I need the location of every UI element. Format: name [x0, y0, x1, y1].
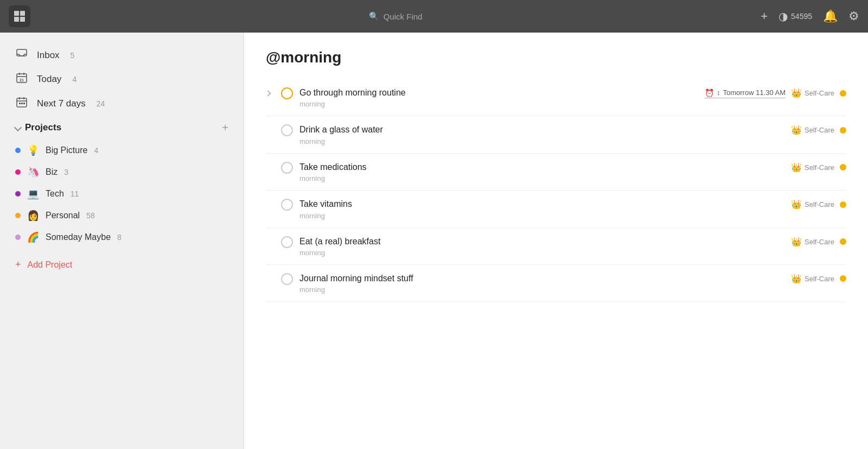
task-subtitle: morning	[299, 174, 784, 182]
crown-icon: 👑	[791, 162, 802, 173]
svg-rect-0	[14, 11, 19, 16]
task-title: Journal morning mindset stuff	[299, 273, 784, 284]
task-item: Drink a glass of water morning 👑 Self-Ca…	[266, 116, 846, 153]
project-dot-4	[15, 235, 21, 240]
task-project: 👑 Self-Care	[791, 162, 834, 173]
task-due: ⏰ ↕ Tomorrow 11.30 AM	[705, 88, 786, 98]
task-body: Eat (a real) breakfast morning	[299, 236, 784, 257]
task-title: Take vitamins	[299, 198, 784, 210]
projects-section-header[interactable]: Projects +	[0, 116, 244, 140]
svg-text:21: 21	[20, 78, 24, 82]
task-project: 👑 Self-Care	[791, 237, 834, 247]
task-meta: 👑 Self-Care	[791, 199, 846, 210]
priority-dot	[840, 201, 846, 208]
inbox-count: 5	[71, 51, 75, 60]
add-project-label: Add Project	[28, 260, 73, 270]
add-project-button[interactable]: + Add Project	[0, 252, 244, 277]
task-expand-icon[interactable]	[266, 88, 275, 97]
task-subtitle: morning	[299, 137, 784, 146]
project-emoji-3: 👩	[27, 210, 39, 222]
sidebar-item-project-3[interactable]: 👩 Personal 58	[0, 205, 244, 226]
project-label: Self-Care	[805, 126, 834, 134]
project-label: Self-Care	[805, 275, 834, 283]
sidebar-item-project-4[interactable]: 🌈 Someday Maybe 8	[0, 226, 244, 248]
project-label: Self-Care	[805, 238, 834, 246]
crown-icon: 👑	[791, 237, 802, 247]
task-title: Take medications	[299, 161, 784, 173]
task-item: Take vitamins morning 👑 Self-Care	[266, 191, 846, 227]
timer-button[interactable]: ◑ 54595	[778, 10, 812, 23]
projects-title: Projects	[15, 122, 61, 133]
task-item: Go through morning routine morning ⏰ ↕ T…	[266, 79, 846, 116]
crown-icon: 👑	[791, 199, 802, 210]
task-body: Take medications morning	[299, 161, 784, 182]
project-count-1: 3	[64, 168, 68, 176]
settings-button[interactable]: ⚙	[848, 9, 859, 23]
today-count: 4	[72, 75, 76, 84]
task-title: Eat (a real) breakfast	[299, 236, 784, 248]
project-name-0: Big Picture	[46, 146, 87, 155]
task-meta: 👑 Self-Care	[791, 125, 846, 135]
sidebar-item-project-1[interactable]: 🦄 Biz 3	[0, 161, 244, 183]
crown-icon: 👑	[791, 88, 802, 98]
project-dot-0	[15, 148, 21, 153]
add-button[interactable]: +	[761, 9, 768, 23]
project-count-3: 58	[86, 211, 95, 220]
inbox-label: Inbox	[37, 50, 60, 61]
repeat-icon: ↕	[717, 88, 720, 97]
task-project: 👑 Self-Care	[791, 88, 834, 98]
today-label: Today	[37, 74, 61, 85]
crown-icon: 👑	[791, 125, 802, 135]
task-checkbox[interactable]	[281, 87, 293, 99]
today-icon: 21	[15, 72, 28, 86]
project-emoji-0: 💡	[27, 144, 39, 156]
priority-dot	[840, 164, 846, 170]
task-checkbox[interactable]	[281, 199, 293, 211]
task-project: 👑 Self-Care	[791, 199, 834, 210]
project-name-4: Someday Maybe	[46, 232, 111, 242]
projects-list: 💡 Big Picture 4 🦄 Biz 3 💻 Tech 11 👩 Pers…	[0, 140, 244, 248]
priority-dot	[840, 275, 846, 282]
task-meta: 👑 Self-Care	[791, 237, 846, 247]
bell-icon: 🔔	[823, 9, 838, 23]
task-subtitle: morning	[299, 286, 784, 294]
notifications-button[interactable]: 🔔	[823, 9, 838, 23]
add-project-plus-icon: +	[15, 259, 21, 270]
sidebar-item-inbox[interactable]: Inbox 5	[0, 43, 244, 67]
chevron-down-icon	[15, 122, 21, 133]
project-label: Self-Care	[805, 200, 834, 208]
project-name-3: Personal	[46, 211, 80, 220]
project-emoji-4: 🌈	[27, 231, 39, 243]
task-meta: ⏰ ↕ Tomorrow 11.30 AM 👑 Self-Care	[705, 88, 846, 98]
project-name-2: Tech	[46, 189, 64, 199]
quick-find-button[interactable]: 🔍 Quick Find	[369, 11, 423, 21]
task-checkbox[interactable]	[281, 124, 293, 136]
project-dot-2	[15, 191, 21, 197]
sidebar-item-project-2[interactable]: 💻 Tech 11	[0, 183, 244, 205]
sidebar-item-project-0[interactable]: 💡 Big Picture 4	[0, 140, 244, 161]
task-checkbox[interactable]	[281, 236, 293, 248]
task-checkbox[interactable]	[281, 162, 293, 174]
task-item: Eat (a real) breakfast morning 👑 Self-Ca…	[266, 228, 846, 265]
task-project: 👑 Self-Care	[791, 125, 834, 135]
app-logo[interactable]	[9, 5, 30, 27]
alarm-icon: ⏰	[705, 88, 714, 97]
page-title: @morning	[266, 49, 846, 66]
priority-dot	[840, 90, 846, 97]
svg-rect-2	[14, 17, 19, 22]
task-body: Take vitamins morning	[299, 198, 784, 219]
project-count-4: 8	[117, 233, 122, 242]
project-count-0: 4	[94, 146, 98, 155]
sidebar-item-today[interactable]: 21 Today 4	[0, 67, 244, 91]
project-emoji-1: 🦄	[27, 166, 39, 178]
task-meta: 👑 Self-Care	[791, 274, 846, 284]
sidebar-item-next7days[interactable]: Next 7 days 24	[0, 91, 244, 116]
priority-dot	[840, 238, 846, 245]
task-item: Take medications morning 👑 Self-Care	[266, 154, 846, 191]
task-subtitle: morning	[299, 212, 784, 220]
task-list: Go through morning routine morning ⏰ ↕ T…	[266, 79, 846, 302]
task-checkbox[interactable]	[281, 273, 293, 285]
task-subtitle: morning	[299, 249, 784, 257]
task-body: Drink a glass of water morning	[299, 124, 784, 145]
add-project-icon[interactable]: +	[222, 122, 228, 133]
